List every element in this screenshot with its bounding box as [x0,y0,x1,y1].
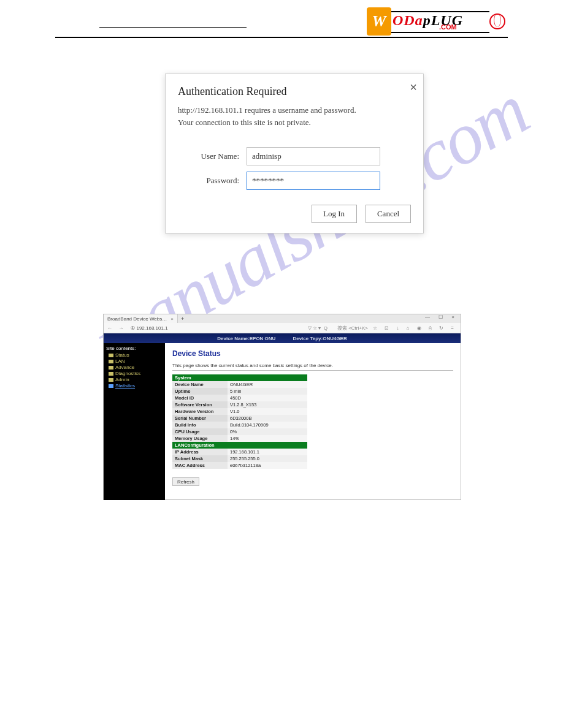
globe-icon [488,10,508,33]
sidebar-item-label: Advance [115,365,134,370]
row-value: ONU4GER [228,381,307,388]
row-value: 0% [228,428,307,435]
cancel-button[interactable]: Cancel [366,205,411,223]
sidebar-item-lan[interactable]: LAN [109,358,163,364]
sidebar-item-admin[interactable]: Admin [109,377,163,382]
folder-icon [109,360,113,363]
password-input[interactable] [247,172,380,190]
folder-icon [109,354,113,357]
row-value: V1.2.8_X153 [228,401,307,408]
table-row: Build InfoBuild.0104.170909 [172,422,307,428]
sidebar-item-label: Diagnostics [115,371,140,376]
url-text[interactable]: 192.168.101.1 [136,325,302,331]
toolbar-icons[interactable]: ☆ ⊡ ↓ ⌂ ◉ ⎙ ↻ ≡ [373,325,457,331]
folder-icon [109,378,113,382]
logo-w-icon: W [367,7,391,36]
row-key: Serial Number [172,415,228,422]
table-row: Device NameONU4GER [172,381,307,388]
logo-text-dark: ODa [393,12,423,28]
row-value: e067b312118a [228,462,307,469]
close-icon[interactable]: × [410,80,417,94]
sidebar-item-advance[interactable]: Advance [109,365,163,370]
folder-icon [109,366,113,370]
row-key: Memory Usage [172,435,228,442]
sidebar-header: Site contents: [106,346,163,351]
sidebar-item-diagnostics[interactable]: Diagnostics [109,371,163,376]
row-key: Model ID [172,395,228,401]
folder-icon [109,384,113,388]
browser-tab[interactable]: BroadBand Device Webs… × [104,314,178,323]
window-controls[interactable]: — ☐ × [425,314,458,320]
main-content: Device Status This page shows the curren… [165,343,461,500]
auth-dialog: × Authentication Required http://192.168… [165,74,424,233]
table-row: Serial Number6D32000B [172,415,307,422]
header-rule [55,37,508,38]
folder-icon [109,372,113,376]
table-row: CPU Usage0% [172,428,307,435]
table-row: Subnet Mask255.255.255.0 [172,455,307,462]
sidebar-item-label: Admin [115,377,129,382]
table-group-header: System [172,374,307,381]
wodaplug-logo: W ODapLUG .COM [367,7,508,36]
row-value: 450D [228,395,307,401]
row-value: 255.255.255.0 [228,455,307,462]
table-row: Uptime5 min [172,388,307,395]
url-bar: ← → ① 192.168.101.1 ▽ ☆ ▾ Q 搜索 <Ctrl+K> … [104,323,461,333]
table-group-header: LANConfiguration [172,442,307,449]
sidebar-item-label: LAN [115,358,125,364]
row-value: 6D32000B [228,415,307,422]
table-row: Memory Usage14% [172,435,307,442]
logo-com: .COM [439,23,457,31]
refresh-button[interactable]: Refresh [172,477,199,486]
auth-message-2: Your connection to this site is not priv… [178,118,411,127]
tab-close-icon[interactable]: × [170,316,174,322]
site-info-icon[interactable]: ① [131,325,135,331]
page-header: W ODapLUG .COM [55,7,508,44]
row-key: IP Address [172,449,228,455]
row-key: Software Version [172,401,228,408]
table-row: Hardware VersionV1.0 [172,408,307,415]
row-key: CPU Usage [172,428,228,435]
banner-device-type: Device Tepy:ONU4GER [293,336,347,341]
auth-message-1: http://192.168.101.1 requires a username… [178,105,411,115]
login-button[interactable]: Log In [312,205,357,223]
row-key: Hardware Version [172,408,228,415]
shield-icon[interactable]: ▽ ☆ ▾ Q [308,325,327,331]
page-title: Device Status [172,349,453,358]
browser-window: BroadBand Device Webs… × + — ☐ × ← → ① 1… [103,314,461,500]
tab-title: BroadBand Device Webs… [107,316,167,322]
row-key: Subnet Mask [172,455,228,462]
sidebar-item-statistics[interactable]: Statistics [109,383,163,389]
row-value: 5 min [228,388,307,395]
table-row: MAC Addresse067b312118a [172,462,307,469]
sidebar-item-label: Statistics [115,383,135,389]
tab-bar: BroadBand Device Webs… × + — ☐ × [104,314,461,323]
status-table: SystemDevice NameONU4GERUptime5 minModel… [172,374,307,469]
sidebar-item-status[interactable]: Status [109,352,163,358]
sidebar: Site contents: StatusLANAdvanceDiagnosti… [104,343,165,500]
new-tab-button[interactable]: + [178,316,187,322]
row-key: Build Info [172,422,228,428]
table-row: IP Address192.168.101.1 [172,449,307,455]
row-key: Device Name [172,381,228,388]
banner-device-name: Device Name:EPON ONU [217,336,275,341]
device-banner: Device Name:EPON ONU Device Tepy:ONU4GER [104,333,461,343]
row-key: Uptime [172,388,228,395]
row-value: 192.168.101.1 [228,449,307,455]
row-key: MAC Address [172,462,228,469]
row-value: Build.0104.170909 [228,422,307,428]
row-value: 14% [228,435,307,442]
table-row: Model ID450D [172,395,307,401]
password-label: Password: [178,176,239,186]
sidebar-item-label: Status [115,352,129,358]
header-underline [99,27,247,28]
username-label: User Name: [178,151,239,161]
auth-title: Authentication Required [178,85,411,98]
search-hint: 搜索 <Ctrl+K> [337,325,368,332]
page-description: This page shows the current status and s… [172,363,453,371]
nav-back-icon[interactable]: ← → [107,325,126,331]
username-input[interactable] [247,147,380,165]
table-row: Software VersionV1.2.8_X153 [172,401,307,408]
row-value: V1.0 [228,408,307,415]
